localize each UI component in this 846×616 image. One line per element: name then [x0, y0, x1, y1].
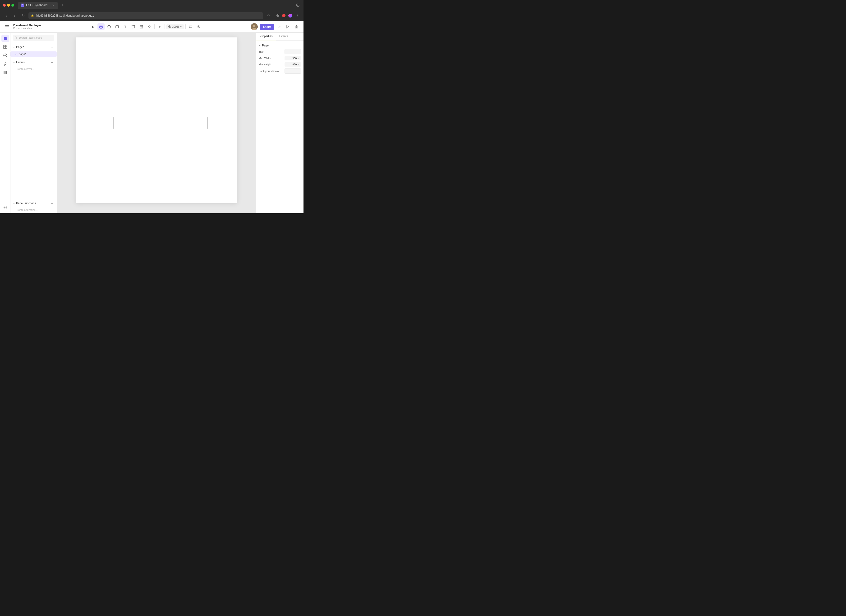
- preview-tool[interactable]: [187, 23, 194, 30]
- sidebar-icons-panel: [0, 33, 10, 213]
- hamburger-icon[interactable]: [4, 23, 10, 30]
- browser-menu-icon[interactable]: [295, 2, 301, 8]
- prop-row-title: Title: [259, 49, 301, 54]
- svg-rect-31: [4, 71, 7, 72]
- tab-properties[interactable]: Properties: [256, 33, 276, 40]
- svg-rect-2: [5, 25, 9, 26]
- page-functions-chevron-icon: ▼: [13, 202, 15, 205]
- tl-green[interactable]: [11, 4, 14, 7]
- svg-point-34: [4, 207, 6, 208]
- svg-rect-26: [4, 45, 5, 47]
- sidebar-icon-pen[interactable]: [1, 60, 9, 68]
- add-tool[interactable]: +: [156, 23, 163, 30]
- share-button[interactable]: Share: [260, 24, 274, 30]
- select-tool[interactable]: ▶: [90, 23, 97, 30]
- browser-tab[interactable]: D Edit • Dynaboard ✕: [18, 1, 58, 9]
- prop-value-bg-color[interactable]: [284, 69, 301, 74]
- svg-rect-23: [4, 37, 7, 38]
- pages-section-title: Pages: [16, 45, 24, 49]
- interact-tool[interactable]: [97, 23, 104, 30]
- ext-menu-icon[interactable]: ⋮: [294, 12, 301, 19]
- frame-tool[interactable]: [130, 23, 137, 30]
- pages-section-title-row: ▼ Pages: [13, 45, 24, 49]
- prop-value-title[interactable]: [284, 49, 301, 54]
- settings-tool[interactable]: [195, 23, 202, 30]
- prop-row-max-width: Max Width 960px: [259, 56, 301, 60]
- app-titlebar: Dynaboard Deployer Production / Main ▶ T: [0, 21, 303, 33]
- svg-rect-8: [116, 26, 119, 28]
- prop-row-min-height: Min Height 960px: [259, 62, 301, 67]
- layers-section-title: Layers: [16, 61, 25, 64]
- svg-rect-28: [4, 47, 5, 48]
- tab-title: Edit • Dynaboard: [26, 4, 47, 7]
- pages-section-header[interactable]: ▼ Pages +: [10, 43, 57, 51]
- prop-value-max-width[interactable]: 960px: [284, 56, 301, 60]
- edit-icon[interactable]: [276, 23, 282, 30]
- forward-button[interactable]: ›: [11, 12, 18, 19]
- layers-add-button[interactable]: +: [50, 60, 54, 65]
- tl-red[interactable]: [3, 4, 6, 7]
- layers-create-hint: Create a layer...: [10, 67, 57, 72]
- table-tool[interactable]: [138, 23, 145, 30]
- ext-puzzle-icon[interactable]: [275, 13, 280, 18]
- zoom-control[interactable]: 100%: [166, 24, 184, 29]
- url-text: 4ded9fb84b0a948a.edit.dynaboard.app/page…: [35, 14, 94, 17]
- sidebar-icon-components[interactable]: [1, 43, 9, 51]
- page-group-header[interactable]: ▼ Page: [259, 43, 301, 49]
- layers-section-title-row: ▼ Layers: [13, 61, 25, 64]
- sidebar-icon-layers[interactable]: [1, 35, 9, 42]
- svg-rect-3: [5, 26, 9, 27]
- svg-point-21: [253, 25, 255, 27]
- layers-section-header[interactable]: ▼ Layers +: [10, 58, 57, 67]
- app-subtitle: Production / Main: [13, 27, 41, 29]
- prop-label-bg-color: Background Color: [259, 70, 280, 72]
- sidebar-icon-datasources[interactable]: [1, 69, 9, 76]
- tab-close-icon[interactable]: ✕: [51, 3, 55, 7]
- component-tool[interactable]: [146, 23, 153, 30]
- page-functions-create-hint: Create a function...: [10, 208, 57, 213]
- svg-rect-27: [6, 45, 7, 47]
- canvas-area: [57, 33, 256, 213]
- bookmark-icon[interactable]: ☆: [265, 12, 272, 19]
- search-bar: Search Page Nodes: [10, 33, 57, 43]
- sidebar-icon-settings[interactable]: [1, 204, 9, 211]
- ext-gradient-icon[interactable]: [288, 13, 293, 18]
- right-panel-tabs: Properties Events: [256, 33, 303, 41]
- page-functions-add-button[interactable]: +: [50, 201, 54, 206]
- reload-button[interactable]: ↻: [20, 12, 26, 19]
- page-functions-header[interactable]: ▼ Page Functions +: [10, 199, 57, 208]
- play-icon[interactable]: [284, 23, 291, 30]
- ext-shield-icon[interactable]: [282, 13, 287, 18]
- svg-rect-18: [189, 26, 192, 28]
- pages-add-button[interactable]: +: [50, 45, 54, 50]
- svg-rect-4: [5, 28, 9, 28]
- user-avatar[interactable]: [251, 23, 258, 30]
- svg-point-19: [198, 26, 199, 27]
- tab-events[interactable]: Events: [276, 33, 291, 40]
- prop-row-bg-color: Background Color: [259, 69, 301, 74]
- ellipse-tool[interactable]: [106, 23, 113, 30]
- svg-point-6: [100, 26, 102, 28]
- page-functions-section: ▼ Page Functions + Create a function...: [10, 199, 57, 213]
- browser-titlebar: D Edit • Dynaboard ✕ + ‹ › ↻ 🔒 4ded9fb8: [0, 0, 303, 21]
- page1-item[interactable]: ✓ page1: [10, 51, 57, 57]
- address-bar[interactable]: 🔒 4ded9fb84b0a948a.edit.dynaboard.app/pa…: [28, 12, 263, 19]
- tl-yellow[interactable]: [7, 4, 10, 7]
- prop-value-min-height[interactable]: 960px: [284, 62, 301, 67]
- text-tool[interactable]: T: [122, 23, 129, 30]
- page-functions-title-row: ▼ Page Functions: [13, 202, 36, 205]
- browser-toolbar: ‹ › ↻ 🔒 4ded9fb84b0a948a.edit.dynaboard.…: [0, 10, 303, 21]
- sidebar-icon-assets[interactable]: [1, 52, 9, 59]
- back-button[interactable]: ‹: [3, 12, 9, 19]
- left-panel: Search Page Nodes ▼ Pages + ✓ page1: [10, 33, 57, 213]
- toolbar-center: ▶ T: [44, 23, 247, 30]
- svg-rect-10: [140, 25, 143, 28]
- search-input[interactable]: Search Page Nodes: [13, 35, 54, 41]
- properties-section: ▼ Page Title Max Width 960px Min Height …: [256, 41, 303, 78]
- page-group-chevron: ▼: [259, 44, 261, 47]
- page-group-label: Page: [262, 44, 269, 47]
- rectangle-tool[interactable]: [113, 23, 121, 30]
- svg-rect-25: [4, 39, 7, 40]
- publish-icon[interactable]: [293, 23, 300, 30]
- new-tab-button[interactable]: +: [60, 2, 65, 8]
